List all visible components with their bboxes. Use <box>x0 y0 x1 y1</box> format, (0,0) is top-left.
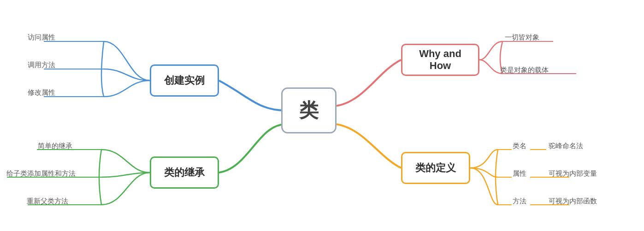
leaf-call-method: 调用方法 <box>28 61 55 69</box>
leaf-camelcase: 驼峰命名法 <box>549 142 583 150</box>
leaf-all-objects: 一切皆对象 <box>505 33 539 42</box>
why-how-label: Why and How <box>411 48 470 72</box>
leaf-classname: 类名 <box>513 142 526 150</box>
inherit-node: 类的继承 <box>150 156 219 189</box>
class-def-label: 类的定义 <box>415 161 456 175</box>
leaf-internal-func: 可视为内部函数 <box>549 197 597 206</box>
center-node: 类 <box>281 87 337 133</box>
create-instance-node: 创建实例 <box>150 64 219 97</box>
leaf-method: 方法 <box>513 197 526 206</box>
leaf-attr: 属性 <box>513 169 526 178</box>
leaf-access-attr: 访问属性 <box>28 33 55 42</box>
inherit-label: 类的继承 <box>164 166 205 179</box>
create-instance-label: 创建实例 <box>164 74 205 87</box>
center-label: 类 <box>299 98 319 123</box>
leaf-modify-attr: 修改属性 <box>28 88 55 97</box>
leaf-class-carrier: 类是对象的载体 <box>500 66 549 75</box>
class-def-node: 类的定义 <box>401 152 470 184</box>
why-how-node: Why and How <box>401 44 479 76</box>
leaf-override-method: 重新父类方法 <box>27 197 68 206</box>
leaf-internal-var: 可视为内部变量 <box>549 169 597 178</box>
leaf-add-attr-method: 给子类添加属性和方法 <box>6 169 76 178</box>
leaf-simple-inherit: 简单的继承 <box>38 142 72 150</box>
